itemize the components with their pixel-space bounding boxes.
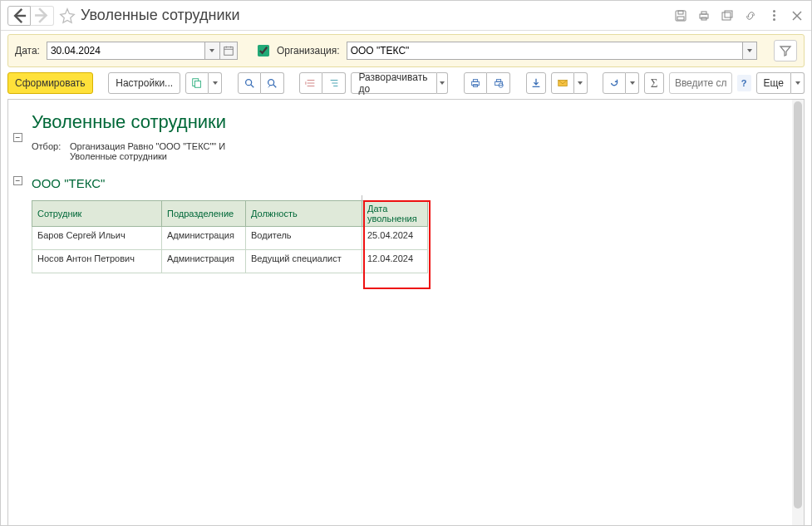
col-department: Подразделение: [162, 201, 246, 227]
favorite-icon[interactable]: [59, 7, 76, 24]
collapse-button[interactable]: [299, 72, 322, 94]
new-window-icon[interactable]: [720, 8, 735, 23]
table-row: Носов Антон Петрович Администрация Ведущ…: [32, 250, 428, 273]
variants-button[interactable]: [185, 72, 209, 94]
expand-to-label: Разворачивать до: [358, 71, 429, 95]
cell-position: Водитель: [246, 227, 362, 250]
save-icon[interactable]: [673, 8, 688, 23]
nav-forward-button[interactable]: [31, 6, 54, 26]
variants-dropdown[interactable]: [209, 72, 222, 94]
save-report-button[interactable]: [526, 72, 546, 94]
table-row: Баров Сергей Ильич Администрация Водител…: [32, 227, 428, 250]
svg-line-21: [273, 85, 277, 88]
more-label: Еще: [764, 77, 784, 89]
cell-employee: Носов Антон Петрович: [32, 250, 162, 273]
svg-point-18: [245, 80, 251, 86]
svg-rect-9: [725, 11, 732, 17]
filter-desc-line2: Уволенные сотрудники: [70, 151, 225, 161]
org-heading: ООО "ТЕКС": [32, 176, 794, 190]
cell-date: 25.04.2024: [362, 227, 428, 250]
date-label: Дата:: [15, 45, 40, 57]
svg-line-19: [251, 85, 254, 88]
more-button[interactable]: Еще: [756, 72, 791, 94]
tree-toggle-report[interactable]: −: [13, 133, 22, 142]
help-button[interactable]: ?: [737, 75, 751, 91]
print-button[interactable]: [464, 72, 487, 94]
refresh-dropdown[interactable]: [626, 72, 639, 94]
email-dropdown[interactable]: [574, 72, 588, 94]
svg-rect-17: [194, 81, 200, 87]
expand-to-dropdown[interactable]: [437, 72, 449, 94]
filter-bar: Дата: Организация:: [7, 34, 805, 67]
close-icon[interactable]: [790, 8, 805, 23]
nav-back-button[interactable]: [7, 6, 31, 26]
find-prev-button[interactable]: [261, 72, 284, 94]
window-title: Уволенные сотрудники: [81, 7, 673, 24]
report-table: Сотрудник Подразделение Должность Дата у…: [32, 195, 428, 273]
date-input[interactable]: [47, 42, 204, 60]
titlebar: Уволенные сотрудники: [1, 1, 811, 31]
report-title: Уволенные сотрудники: [32, 111, 794, 133]
filter-desc-label: Отбор:: [32, 141, 70, 161]
tree-toggle-org[interactable]: −: [13, 176, 22, 185]
org-input[interactable]: [347, 42, 742, 60]
toolbar: Сформировать Настройки... Разворачивать …: [1, 67, 811, 99]
link-icon[interactable]: [743, 8, 758, 23]
col-employee: Сотрудник: [32, 201, 162, 227]
col-date: Дата увольнения: [362, 201, 428, 227]
search-input[interactable]: [669, 72, 732, 94]
col-position: Должность: [246, 201, 362, 227]
filter-settings-button[interactable]: [774, 40, 797, 61]
generate-button[interactable]: Сформировать: [7, 72, 93, 94]
cell-department: Администрация: [162, 227, 246, 250]
more-dropdown[interactable]: [791, 72, 805, 94]
org-label: Организация:: [277, 45, 340, 57]
print-icon[interactable]: [696, 8, 711, 23]
org-dropdown-button[interactable]: [742, 42, 757, 60]
cell-position: Ведущий специалист: [246, 250, 362, 273]
more-menu-icon[interactable]: [766, 8, 781, 23]
generate-label: Сформировать: [15, 77, 86, 89]
settings-label: Настройки...: [116, 77, 173, 89]
filter-desc-line1: Организация Равно "ООО "ТЕКС"" И: [70, 141, 225, 151]
expand-button[interactable]: [322, 72, 346, 94]
cell-employee: Баров Сергей Ильич: [32, 227, 162, 250]
svg-rect-3: [678, 11, 683, 14]
svg-rect-29: [474, 80, 478, 82]
settings-button[interactable]: Настройки...: [108, 72, 180, 94]
sum-button[interactable]: Σ: [644, 72, 664, 94]
cell-department: Администрация: [162, 250, 246, 273]
filter-description: Отбор: Организация Равно "ООО "ТЕКС"" И …: [32, 141, 794, 161]
refresh-button[interactable]: [603, 72, 626, 94]
svg-rect-6: [701, 12, 706, 14]
svg-rect-12: [224, 47, 234, 56]
date-calendar-button[interactable]: [219, 42, 238, 60]
svg-point-20: [268, 80, 274, 86]
expand-to-button[interactable]: Разворачивать до: [351, 72, 436, 94]
svg-rect-32: [496, 80, 500, 82]
report-area: − Уволенные сотрудники Отбор: Организаци…: [7, 99, 805, 526]
find-button[interactable]: [238, 72, 261, 94]
cell-date: 12.04.2024: [362, 250, 428, 273]
svg-rect-4: [677, 17, 684, 20]
sigma-icon: Σ: [651, 76, 658, 91]
svg-rect-8: [722, 12, 731, 20]
print-preview-button[interactable]: [487, 72, 510, 94]
vertical-scrollbar[interactable]: [792, 100, 804, 526]
email-button[interactable]: [551, 72, 574, 94]
date-dropdown-button[interactable]: [204, 42, 219, 60]
org-filter-checkbox[interactable]: [258, 45, 269, 57]
